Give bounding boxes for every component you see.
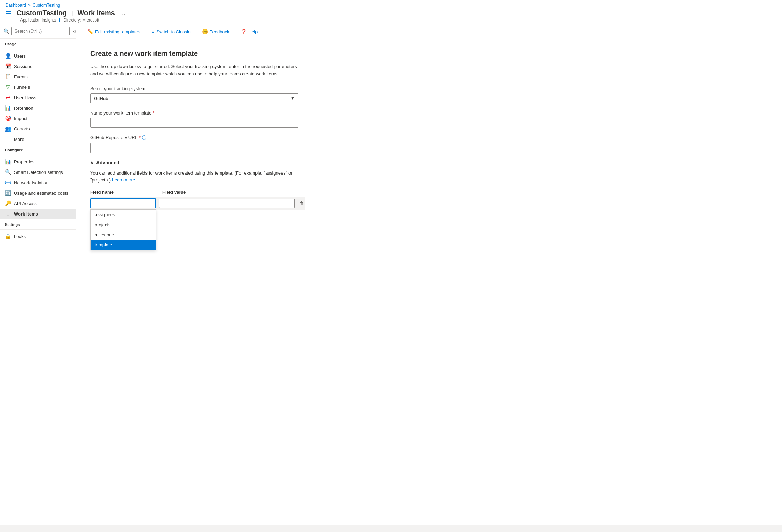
sidebar: 🔍 ≪ Usage 👤 Users 📅 Sessions 📋 Events ▽ …	[0, 24, 76, 525]
github-url-info-icon: ⓘ	[142, 135, 146, 141]
sidebar-item-retention[interactable]: 📊 Retention	[0, 103, 76, 113]
sidebar-item-cohorts[interactable]: 👥 Cohorts	[0, 124, 76, 134]
sidebar-item-sessions[interactable]: 📅 Sessions	[0, 61, 76, 71]
smartdetection-icon: 🔍	[5, 169, 11, 175]
sidebar-item-locks-label: Locks	[14, 234, 26, 239]
sidebar-item-cohorts-label: Cohorts	[14, 126, 30, 132]
sidebar-item-retention-label: Retention	[14, 105, 33, 111]
github-url-input[interactable]	[90, 143, 298, 153]
ellipsis-button[interactable]: ...	[118, 9, 127, 17]
delete-field-button[interactable]: 🗑	[297, 199, 305, 208]
app-label: Application Insights	[20, 18, 56, 23]
field-name-input[interactable]	[90, 198, 156, 208]
sidebar-item-apiaccess-label: API Access	[14, 201, 37, 206]
sidebar-item-costs[interactable]: 🔄 Usage and estimated costs	[0, 188, 76, 198]
properties-icon: 📊	[5, 159, 11, 165]
apiaccess-icon: 🔑	[5, 200, 11, 206]
tracking-select[interactable]: GitHub ▼	[90, 93, 298, 103]
search-box: 🔍 ≪	[0, 24, 76, 39]
sidebar-item-funnels[interactable]: ▽ Funnels	[0, 82, 76, 92]
feedback-label: Feedback	[210, 29, 229, 34]
sidebar-item-impact[interactable]: 🎯 Impact	[0, 113, 76, 124]
sidebar-item-impact-label: Impact	[14, 116, 27, 121]
name-required: *	[153, 110, 154, 116]
sessions-icon: 📅	[5, 63, 11, 69]
collapse-button[interactable]: ≪	[72, 28, 76, 35]
costs-icon: 🔄	[5, 190, 11, 196]
sidebar-item-properties-label: Properties	[14, 159, 34, 164]
dropdown-item-assignees[interactable]: assignees	[91, 210, 156, 220]
feedback-button[interactable]: 😊 Feedback	[198, 27, 234, 36]
retention-icon: 📊	[5, 105, 11, 111]
field-name-header: Field name	[90, 189, 160, 195]
sidebar-item-apiaccess[interactable]: 🔑 API Access	[0, 198, 76, 209]
learn-more-link[interactable]: Learn more	[112, 177, 135, 183]
tracking-value: GitHub	[94, 96, 108, 101]
field-name-dropdown[interactable]: assignees projects milestone template	[90, 209, 156, 250]
help-icon: ❓	[241, 29, 247, 34]
top-header: Dashboard > CustomTesting CustomTesting …	[0, 0, 782, 24]
locks-icon: 🔒	[5, 233, 11, 239]
workitems-icon: ≡	[5, 211, 11, 217]
sidebar-item-workitems-label: Work Items	[14, 211, 38, 217]
networkisolation-icon: ⟺	[5, 179, 11, 186]
sidebar-item-locks[interactable]: 🔒 Locks	[0, 231, 76, 242]
toolbar-separator-1	[146, 28, 146, 35]
more-icon: ···	[5, 136, 11, 142]
app-layout: 🔍 ≪ Usage 👤 Users 📅 Sessions 📋 Events ▽ …	[0, 24, 782, 525]
sidebar-item-properties[interactable]: 📊 Properties	[0, 157, 76, 167]
field-row-1: assignees projects milestone template 🗑	[90, 197, 305, 210]
field-name-wrapper: assignees projects milestone template	[90, 198, 156, 208]
sidebar-item-events[interactable]: 📋 Events	[0, 71, 76, 82]
sidebar-item-more-label: More	[14, 137, 24, 142]
sidebar-item-sessions-label: Sessions	[14, 64, 32, 69]
subtitle-row: Application Insights ℹ Directory: Micros…	[6, 18, 776, 23]
edit-templates-label: Edit existing templates	[95, 29, 140, 34]
funnels-icon: ▽	[5, 84, 11, 90]
dropdown-item-projects[interactable]: projects	[91, 220, 156, 230]
github-url-label: GitHub Repository URL * ⓘ	[90, 135, 305, 141]
name-label: Name your work item template *	[90, 110, 305, 116]
dropdown-item-template[interactable]: template	[91, 240, 156, 250]
content-area: Create a new work item template Use the …	[76, 39, 319, 238]
switch-classic-button[interactable]: ≡ Switch to Classic	[148, 27, 194, 36]
name-input[interactable]	[90, 118, 298, 128]
github-url-group: GitHub Repository URL * ⓘ	[90, 135, 305, 153]
sidebar-item-more[interactable]: ··· More	[0, 134, 76, 144]
sidebar-item-costs-label: Usage and estimated costs	[14, 191, 68, 196]
chevron-down-icon: ▼	[291, 96, 295, 101]
tracking-system-group: Select your tracking system GitHub ▼	[90, 86, 305, 103]
sidebar-item-workitems[interactable]: ≡ Work Items	[0, 209, 76, 219]
impact-icon: 🎯	[5, 115, 11, 121]
help-label: Help	[249, 29, 258, 34]
breadcrumb-separator: >	[28, 3, 31, 8]
content-description: Use the drop down below to get started. …	[90, 63, 305, 78]
main-content: ✏️ Edit existing templates ≡ Switch to C…	[76, 24, 782, 525]
sidebar-item-smartdetection[interactable]: 🔍 Smart Detection settings	[0, 167, 76, 177]
sidebar-item-events-label: Events	[14, 74, 28, 79]
settings-section-label: Settings	[0, 219, 76, 228]
advanced-section: ∧ Advanced You can add additional fields…	[90, 160, 305, 221]
userflows-icon: ⇌	[5, 94, 11, 101]
help-button[interactable]: ❓ Help	[237, 27, 262, 36]
edit-templates-button[interactable]: ✏️ Edit existing templates	[83, 27, 144, 36]
field-value-input[interactable]	[159, 199, 295, 208]
directory-label: Directory: Microsoft	[63, 18, 99, 23]
breadcrumb-dashboard[interactable]: Dashboard	[6, 3, 26, 8]
sidebar-item-users-label: Users	[14, 53, 26, 59]
dropdown-item-milestone[interactable]: milestone	[91, 230, 156, 240]
advanced-label: Advanced	[96, 160, 119, 166]
sidebar-item-users[interactable]: 👤 Users	[0, 51, 76, 61]
search-icon: 🔍	[3, 28, 9, 34]
users-icon: 👤	[5, 53, 11, 59]
hamburger-icon[interactable]	[6, 11, 11, 15]
breadcrumb-customtesting[interactable]: CustomTesting	[33, 3, 60, 8]
search-input[interactable]	[11, 27, 70, 35]
edit-icon: ✏️	[87, 29, 93, 34]
fields-header: Field name Field value	[90, 189, 305, 197]
sidebar-item-networkisolation-label: Network Isolation	[14, 180, 49, 185]
sidebar-item-userflows[interactable]: ⇌ User Flows	[0, 92, 76, 103]
sidebar-item-networkisolation[interactable]: ⟺ Network Isolation	[0, 177, 76, 188]
advanced-description: You can add additional fields for work i…	[90, 170, 305, 184]
advanced-header[interactable]: ∧ Advanced	[90, 160, 305, 166]
